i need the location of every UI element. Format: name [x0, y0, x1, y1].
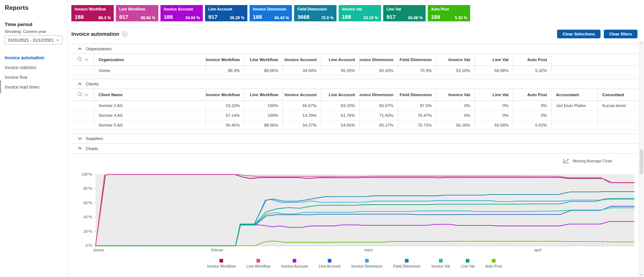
legend-item-invoice-dimension[interactable]: Invoice Dimension — [351, 259, 382, 268]
row-value-cell: 88.66% — [244, 66, 283, 75]
table-row[interactable]: Semine 5 AS90.45%88.06%34.27%54.65%65.17… — [71, 120, 637, 130]
section-header-suppliers[interactable]: Suppliers — [71, 133, 637, 144]
row-name-cell: Visma — [94, 66, 206, 75]
column-header-invoice-dimension: Invoice Dimension — [359, 54, 398, 65]
section-header-organizations[interactable]: Organizations — [71, 44, 637, 54]
legend-item-line-vat[interactable]: Line Vat — [461, 259, 474, 268]
search-icon[interactable] — [77, 56, 83, 63]
search-icon[interactable] — [77, 91, 83, 98]
kpi-card-line-workflow[interactable]: Line Workflow91788.66 % — [116, 5, 158, 21]
row-value-cell: 66.67% — [359, 101, 398, 110]
row-spacer-cell — [71, 101, 94, 110]
legend-item-auto-post[interactable]: Auto Post — [485, 259, 502, 268]
legend-label: Auto Post — [485, 264, 502, 268]
legend-label: Field Dimension — [393, 264, 421, 268]
sidebar-title: Reports — [5, 4, 64, 12]
row-value-cell: 5.32% — [513, 66, 551, 75]
scrollbar-thumb[interactable] — [640, 149, 643, 174]
table-row[interactable]: Semine 2 AS33.33%100%66.67%83.33%66.67%8… — [71, 101, 637, 111]
kpi-card-label: Invoice Account — [164, 7, 200, 11]
row-value-cell — [551, 120, 598, 130]
clear-selections-button[interactable]: Clear Selections — [557, 30, 600, 38]
row-value-cell: 61.76% — [321, 111, 359, 120]
column-header-invoice-workflow: Invoice Workflow — [206, 89, 244, 101]
table-header-row: OrganizationInvoice WorkflowLine Workflo… — [71, 54, 637, 66]
row-value-cell: 0% — [474, 111, 513, 120]
legend-item-invoice-workflow[interactable]: Invoice Workflow — [207, 259, 235, 268]
report-sections: OrganizationsOrganizationInvoice Workflo… — [71, 44, 637, 268]
kpi-card-percent: 66.08 % — [408, 16, 423, 20]
legend-item-line-account[interactable]: Line Account — [319, 259, 340, 268]
column-header-line-vat: Line Vat — [474, 54, 513, 65]
row-value-cell: 0% — [436, 111, 474, 120]
chevron-down-icon — [56, 38, 59, 42]
kpi-card-count: 917 — [386, 14, 396, 20]
chevron-down-icon — [78, 137, 81, 140]
legend-swatch — [219, 259, 223, 263]
row-name-cell: Semine 2 AS — [94, 101, 206, 110]
sidebar-item-invoice-lead-times[interactable]: Invoice lead times — [5, 85, 64, 90]
date-range-select[interactable]: 01/01/2021 - 31/12/2021 — [5, 35, 63, 44]
row-name-cell: Semine 4 AS — [94, 111, 206, 120]
kpi-card-label: Invoice Dimension — [253, 7, 289, 11]
panel-resize-handle[interactable] — [0, 80, 1, 93]
row-value-cell: 0% — [474, 101, 513, 110]
column-header-invoice-workflow: Invoice Workflow — [206, 54, 244, 65]
row-value-cell: 0% — [513, 111, 551, 120]
row-name-cell: Semine 5 AS — [94, 120, 206, 130]
section-title: Suppliers — [86, 136, 103, 141]
x-axis-month-label: april — [534, 248, 541, 252]
moving-average-toggle[interactable]: Moving Average Chart — [71, 157, 637, 165]
kpi-card-count: 188 — [342, 14, 351, 20]
section-header-clients[interactable]: Clients — [71, 79, 637, 89]
page-header: Invoice automation i Clear Selections Cl… — [71, 30, 637, 38]
x-axis-month-label: februar — [211, 248, 223, 252]
chart-legend: Invoice WorkflowLine WorkflowInvoice Acc… — [71, 259, 637, 268]
kpi-card-percent: 55.29 % — [230, 16, 244, 20]
kpi-card-field-dimension[interactable]: Field Dimension366875.9 % — [294, 5, 336, 21]
kpi-card-invoice-account[interactable]: Invoice Account18834.04 % — [160, 5, 203, 21]
legend-item-invoice-vat[interactable]: Invoice Vat — [431, 259, 450, 268]
row-spacer-cell — [71, 66, 94, 75]
info-icon[interactable]: i — [122, 31, 127, 37]
sidebar-item-invoice-flow[interactable]: Invoice flow — [5, 75, 64, 80]
kpi-card-line-account[interactable]: Line Account91755.29 % — [205, 5, 247, 21]
scroll-up-icon[interactable]: ▲ — [639, 42, 644, 44]
row-value-cell: 54.65% — [321, 120, 359, 130]
legend-item-field-dimension[interactable]: Field Dimension — [393, 259, 421, 268]
chevron-down-icon[interactable] — [84, 57, 88, 62]
table-row[interactable]: Semine 4 AS57.14%100%14.29%61.76%71.43%7… — [71, 111, 637, 120]
row-value-cell: 53.19% — [436, 66, 474, 75]
charts-section-body: Moving Average Chart100°%80°%60°%40°%20°… — [71, 154, 637, 268]
kpi-card-label: Auto Post — [431, 7, 467, 11]
table-row[interactable]: Visma88.3%88.66%34.04%55.29%65.43%75.9%5… — [71, 66, 637, 76]
row-value-cell: 88.3% — [206, 66, 244, 75]
kpi-card-line-vat[interactable]: Line Vat91766.08 % — [383, 5, 426, 21]
legend-item-invoice-account[interactable]: Invoice Account — [281, 259, 308, 268]
row-value-cell: 100% — [244, 101, 283, 110]
kpi-card-count: 917 — [208, 14, 217, 20]
kpi-card-invoice-vat[interactable]: Invoice Vat18853.19 % — [339, 5, 381, 21]
app-window: Reports Time period Showing: Current yea… — [0, 0, 644, 277]
legend-item-line-workflow[interactable]: Line Workflow — [247, 259, 271, 268]
clear-filters-button[interactable]: Clear filters — [604, 30, 637, 38]
kpi-card-auto-post[interactable]: Auto Post1885.32 % — [428, 5, 470, 21]
section-header-charts[interactable]: Charts — [71, 144, 637, 154]
y-axis-tick-label: 80°% — [83, 187, 92, 191]
column-header-consultant: Consultant — [598, 89, 637, 101]
chevron-down-icon[interactable] — [84, 93, 88, 97]
table-filter-cell — [71, 89, 94, 101]
kpi-card-count: 188 — [431, 14, 440, 20]
column-header-auto-post: Auto Post — [513, 54, 551, 65]
legend-swatch — [492, 259, 495, 263]
kpi-card-invoice-workflow[interactable]: Invoice Workflow18888.3 % — [71, 5, 114, 21]
kpi-card-invoice-dimension[interactable]: Invoice Dimension18865.43 % — [250, 5, 292, 21]
vertical-scrollbar[interactable]: ▲ ▼ — [639, 41, 644, 277]
kpi-card-percent: 65.43 % — [275, 16, 289, 20]
sidebar-item-invoice-statistics[interactable]: Invoice statistics — [5, 65, 64, 70]
row-value-cell: 56.18% — [436, 120, 474, 130]
row-value-cell: 75.9% — [398, 66, 436, 75]
row-value-cell: 66.08% — [474, 66, 513, 75]
scroll-down-icon[interactable]: ▼ — [639, 273, 644, 276]
sidebar-item-invoice-automation[interactable]: Invoice automation — [5, 55, 64, 60]
